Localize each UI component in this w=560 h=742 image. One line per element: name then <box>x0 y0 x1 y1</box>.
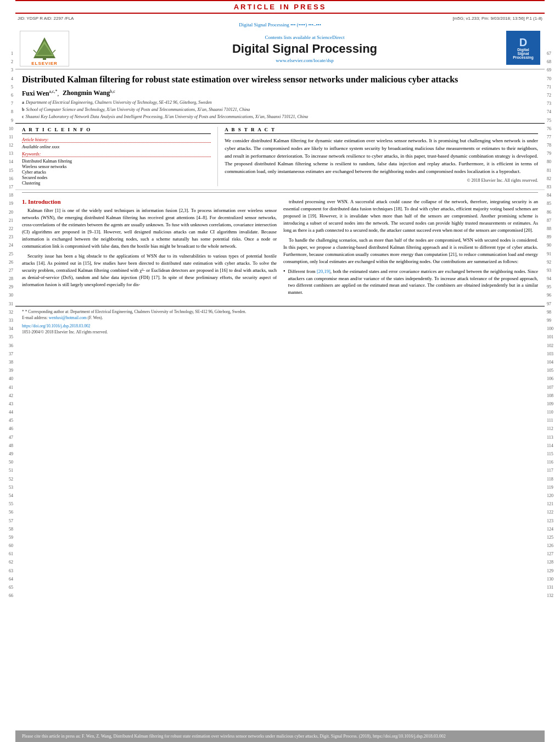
journal-subtitle: Digital Signal Processing ••• (••••) •••… <box>15 22 545 27</box>
dsp-logo: D Digital Signal Processing <box>506 31 540 65</box>
keywords-label: Keywords: <box>22 152 211 157</box>
intro-heading: 1. Introduction <box>22 198 277 205</box>
main-content: ARTICLE IN PRESS JID: YDSP R AID: 2297 /… <box>15 0 545 742</box>
elsevier-logo: ELSEVIER <box>20 31 69 66</box>
line-numbers-right: 6768697071727374757677787980818283848586… <box>545 0 560 742</box>
dsp-logo-line2: Signal <box>517 52 529 55</box>
within-word: within <box>376 259 388 264</box>
authors-line: Fuxi Wena,c,*, Zhongmin Wangb,c <box>22 89 538 98</box>
right-para-2: To handle the challenging scenarios, suc… <box>283 237 538 265</box>
bullet-item-1: • Different from [20,19], both the estim… <box>283 268 538 299</box>
intro-para-1: Kalman filter [1] is one of the widely u… <box>22 207 277 249</box>
history-label: Article history: <box>22 137 211 143</box>
bullet-text: Different from [20,19], both the estimat… <box>288 268 538 297</box>
article-info-col: A R T I C L E I N F O Article history: A… <box>22 127 218 186</box>
footnote-star: * * Corresponding author at: Department … <box>22 309 538 315</box>
abstract-text: We consider distributed Kalman filtering… <box>225 137 538 176</box>
article-info-label: A R T I C L E I N F O <box>22 127 211 134</box>
keyword-4: Secured nodes <box>22 175 211 180</box>
body-right-col: tributed processing over WSN. A successf… <box>283 198 538 300</box>
footnote-doi: https://doi.org/10.1016/j.dsp.2018.03.00… <box>22 323 538 329</box>
footnote-email: E-mail address: wenfuxi@hotmail.com (F. … <box>22 315 538 321</box>
affiliations: a Department of Electrical Engineering, … <box>22 99 538 120</box>
email-link[interactable]: wenfuxi@hotmail.com <box>49 315 87 320</box>
intro-para-2: Security issue has been a big obstacle t… <box>22 253 277 288</box>
affil-c: c Shaanxi Key Laboratory of Network Data… <box>22 114 538 120</box>
body-content: 1. Introduction Kalman filter [1] is one… <box>15 195 545 304</box>
journal-center: Contents lists available at ScienceDirec… <box>69 35 540 63</box>
right-para-1: tributed processing over WSN. A successf… <box>283 198 538 234</box>
affil-b: b School of Computer Science and Technol… <box>22 107 538 113</box>
keyword-1: Distributed Kalman filtering <box>22 159 211 164</box>
author-zhongmin: Zhongmin Wang <box>63 89 110 97</box>
copyright: © 2018 Elsevier Inc. All rights reserved… <box>225 178 538 183</box>
article-info-abstract-section: A R T I C L E I N F O Article history: A… <box>15 124 545 190</box>
article-history: Article history: Available online xxxx <box>22 137 211 149</box>
header-left: JID: YDSP R AID: 2297 /FLA <box>18 16 74 21</box>
dsp-logo-line3: Processing <box>513 55 534 59</box>
top-section: ELSEVIER Contents lists available at Sci… <box>15 29 545 70</box>
affil-a: a Department of Electrical Engineering, … <box>22 99 538 106</box>
footer-text: Please cite this article in press as: F.… <box>22 734 446 739</box>
divider <box>22 192 538 193</box>
abstract-col: A B S T R A C T We consider distributed … <box>218 127 538 186</box>
banner-text: ARTICLE IN PRESS <box>234 3 327 11</box>
keyword-5: Clustering <box>22 181 211 186</box>
header-right: [m5G; v1.233; Pm: 9/03/2018; 13:56] P.1 … <box>452 16 542 21</box>
body-left-col: 1. Introduction Kalman filter [1] is one… <box>22 198 277 300</box>
dsp-logo-line1: Digital <box>517 48 529 52</box>
page-footer: Please cite this article in press as: F.… <box>15 730 545 742</box>
elsevier-label: ELSEVIER <box>31 61 58 66</box>
available-at: Contents lists available at ScienceDirec… <box>75 35 535 40</box>
keyword-2: Wireless sensor networks <box>22 164 211 169</box>
author-zhongmin-sup: b,c <box>110 89 115 94</box>
author-fuxi-sup: a,c,* <box>49 89 57 94</box>
journal-url: www.elsevier.com/locate/dsp <box>75 58 535 63</box>
keywords-list: Distributed Kalman filtering Wireless se… <box>22 159 211 186</box>
header-row: JID: YDSP R AID: 2297 /FLA [m5G; v1.233;… <box>15 15 545 22</box>
elsevier-tree-svg <box>25 36 64 61</box>
article-in-press-banner: ARTICLE IN PRESS <box>15 0 545 14</box>
article-title: Distributed Kalman filtering for robust … <box>22 74 538 86</box>
doi-link[interactable]: https://doi.org/10.1016/j.dsp.2018.03.00… <box>22 323 90 328</box>
svg-line-5 <box>53 50 55 53</box>
bullet-dot: • <box>283 268 285 274</box>
svg-line-4 <box>33 50 36 53</box>
article-title-section: PREPROOFPROOF Distributed Kalman filteri… <box>15 70 545 124</box>
footnote-section: * * Corresponding author at: Department … <box>15 306 545 337</box>
footnote-issn: 1051-2004/© 2018 Elsevier Inc. All right… <box>22 329 538 335</box>
journal-name: Digital Signal Processing <box>75 42 535 56</box>
line-numbers-left: 1234567891011121314151617181920212223242… <box>0 0 15 742</box>
abstract-label: A B S T R A C T <box>225 127 538 134</box>
available-label: Available online xxxx <box>22 144 211 149</box>
keyword-3: Cyber attacks <box>22 170 211 175</box>
author-fuxi: Fuxi Wen <box>22 89 49 97</box>
